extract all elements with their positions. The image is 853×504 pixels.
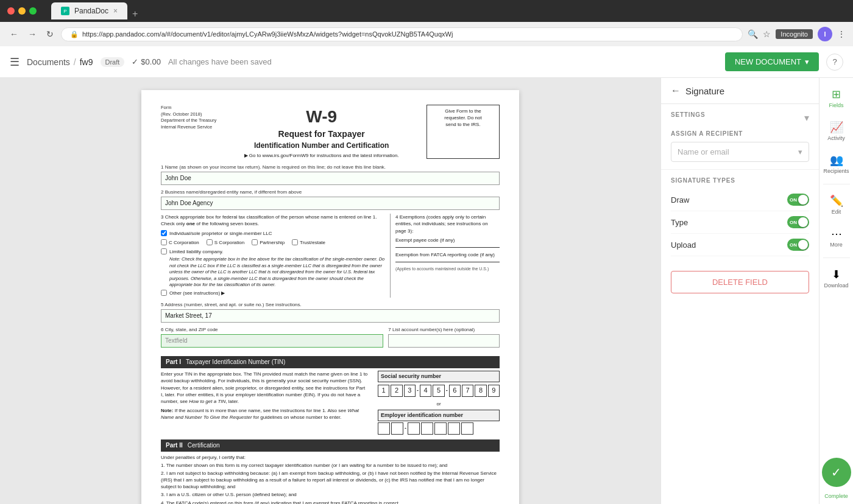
close-traffic-light[interactable] (7, 7, 15, 15)
icon-rail: ⊞ Fields 📈 Activity 👥 Recipients ✏️ Edit… (819, 78, 853, 504)
irs-note-small: (Applies to accounts maintained outside … (395, 266, 500, 272)
tin-text: Enter your TIN in the appropriate box. T… (161, 371, 368, 405)
checkbox-s-corp-input[interactable] (207, 239, 213, 245)
download-icon: ⬇ (832, 268, 841, 281)
checkbox-s-label: S Corporation (214, 239, 244, 246)
cert-text-4: 3. I am a U.S. citizen or other U.S. per… (161, 491, 500, 498)
rail-item-recipients[interactable]: 👥 Recipients (822, 149, 851, 179)
ssn-box-8[interactable]: 8 (475, 385, 486, 397)
checkbox-other-input[interactable] (161, 290, 167, 296)
new-tab-button[interactable]: + (132, 9, 138, 19)
ein-box-7[interactable] (461, 422, 473, 435)
maximize-traffic-light[interactable] (29, 7, 37, 15)
checkbox-trust-input[interactable] (292, 239, 298, 245)
rail-item-fields[interactable]: ⊞ Fields (822, 83, 851, 113)
ssn-box-1[interactable]: 1 (378, 385, 389, 397)
irs-note-block: Give Form to the requester. Do not send … (426, 105, 500, 159)
field-5-input[interactable]: Market Street, 17 (161, 309, 500, 323)
checkbox-s-corp: S Corporation (207, 239, 244, 246)
doc-status-badge: Draft (101, 57, 125, 67)
fatca-exemption-label: Exemption from FATCA reporting code (if … (395, 251, 500, 258)
ssn-box-9[interactable]: 9 (488, 385, 500, 397)
incognito-badge: Incognito (776, 29, 813, 39)
checkbox-c-corp-input[interactable] (161, 239, 167, 245)
field-2-input[interactable]: John Doe Agency (161, 197, 500, 210)
panel-back-button[interactable]: ← (671, 85, 681, 96)
section-3-left: 3 Check appropriate box for federal tax … (161, 214, 385, 298)
ein-box-6[interactable] (448, 422, 460, 435)
part-1-header: Part I Taxpayer Identification Number (T… (161, 356, 500, 368)
ssn-box-5[interactable]: 5 (433, 385, 444, 397)
ein-box-1[interactable] (378, 422, 390, 435)
recipients-label: Recipients (823, 168, 849, 174)
field-1-input[interactable]: John Doe (161, 172, 500, 185)
ein-box-2[interactable] (391, 422, 403, 435)
active-tab[interactable]: P PandaDoc × (51, 2, 127, 19)
section-4-right: 4 Exemptions (codes apply only to certai… (390, 214, 500, 298)
rail-item-activity[interactable]: 📈 Activity (822, 116, 851, 146)
cert-text-3: 2. I am not subject to backup withholdin… (161, 470, 500, 491)
new-document-button[interactable]: NEW DOCUMENT ▾ (725, 52, 819, 71)
field-7-input[interactable] (388, 334, 500, 348)
breadcrumb-documents-link[interactable]: Documents (27, 57, 70, 67)
ssn-box-3[interactable]: 3 (404, 385, 416, 397)
checkbox-individual[interactable] (161, 230, 167, 236)
draw-toggle[interactable]: ON (787, 194, 809, 206)
field-6-input[interactable]: Textfield (161, 334, 383, 348)
field-5-label: 5 Address (number, street, and apt. or s… (161, 301, 500, 308)
upload-label: Upload (671, 240, 696, 250)
field-5-row: 5 Address (number, street, and apt. or s… (161, 301, 500, 323)
form-title-block: W-9 Request for Taxpayer Identification … (221, 105, 422, 159)
checkbox-llc-input[interactable] (161, 248, 167, 254)
recipient-dropdown[interactable]: Name or email ▾ (671, 142, 809, 162)
search-icon[interactable]: 🔍 (748, 29, 758, 39)
rail-item-more[interactable]: ⋯ More (822, 222, 851, 253)
type-toggle[interactable]: ON (787, 216, 809, 228)
back-button[interactable]: ← (7, 27, 21, 41)
part-2-label: Part II (166, 441, 183, 450)
bookmark-icon[interactable]: ☆ (763, 29, 771, 39)
ein-box-4[interactable] (421, 422, 433, 435)
field-2-label: 2 Business name/disregarded entity name,… (161, 189, 500, 195)
help-button[interactable]: ? (826, 54, 843, 71)
checkmark-icon: ✓ (132, 57, 138, 66)
settings-collapse-icon[interactable]: ▾ (804, 112, 809, 124)
price-badge: ✓ $0.00 (132, 57, 161, 66)
form-number: W-9 (221, 105, 422, 128)
type-label: Type (671, 218, 688, 227)
document-page: Form (Rev. October 2018) Department of t… (141, 90, 519, 504)
ssn-box-2[interactable]: 2 (391, 385, 402, 397)
checkbox-other-label: Other (see instructions) ▶ (169, 290, 225, 296)
complete-label: Complete (824, 493, 848, 499)
main-content: Form (Rev. October 2018) Department of t… (0, 78, 853, 504)
field-1-row: 1 Name (as shown on your income tax retu… (161, 164, 500, 185)
tab-close-button[interactable]: × (113, 7, 118, 15)
ein-box-5[interactable] (434, 422, 447, 435)
ein-box-3[interactable] (408, 422, 420, 435)
edit-label: Edit (832, 209, 841, 215)
menu-icon[interactable]: ⋮ (837, 29, 846, 39)
checkbox-other-row: Other (see instructions) ▶ (161, 290, 385, 296)
form-instruction: ▶ Go to www.irs.gov/FormW9 for instructi… (221, 152, 422, 159)
sig-type-type-row: Type ON (671, 211, 809, 234)
rail-item-download[interactable]: ⬇ Download (822, 263, 851, 293)
delete-field-button[interactable]: DELETE FIELD (671, 271, 809, 293)
upload-toggle[interactable]: ON (787, 239, 809, 251)
hamburger-menu-icon[interactable]: ☰ (10, 55, 19, 69)
checkbox-partnership-input[interactable] (252, 239, 258, 245)
field-2-row: 2 Business name/disregarded entity name,… (161, 189, 500, 210)
complete-button[interactable]: ✓ (822, 458, 851, 487)
right-panel: ← Signature SETTINGS ▾ ASSIGN A RECIPIEN… (660, 78, 819, 504)
rail-item-edit[interactable]: ✏️ Edit (822, 189, 851, 220)
saved-status-text: All changes have been saved (168, 57, 272, 66)
ssn-box-4[interactable]: 4 (420, 385, 431, 397)
ssn-box-6[interactable]: 6 (449, 385, 461, 397)
profile-button[interactable]: I (818, 27, 832, 41)
address-bar[interactable]: 🔒 https://app.pandadoc.com/a/#/document/… (61, 27, 743, 41)
forward-button[interactable]: → (26, 27, 39, 41)
field-3-label: 3 Check appropriate box for federal tax … (161, 214, 385, 227)
minimize-traffic-light[interactable] (18, 7, 26, 15)
field-4-label: 4 Exemptions (codes apply only to certai… (395, 214, 500, 234)
reload-button[interactable]: ↻ (44, 27, 56, 41)
ssn-box-7[interactable]: 7 (462, 385, 473, 397)
